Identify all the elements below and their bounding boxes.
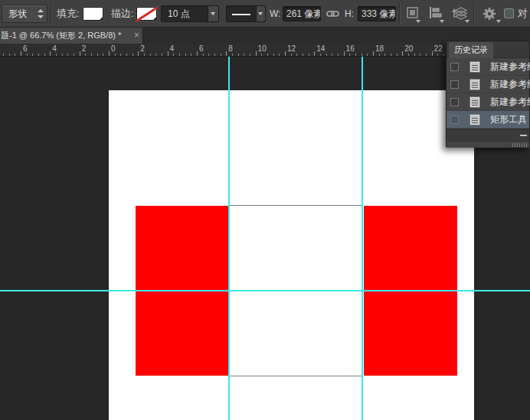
align-edges-label: 对: [518, 0, 528, 28]
ruler-tick: [203, 54, 204, 56]
solid-line-preview-icon: [232, 14, 250, 15]
ruler-tick: [168, 51, 168, 56]
stroke-type-dropdown[interactable]: [226, 5, 266, 22]
history-panel-header: 历史记录: [447, 41, 529, 58]
ruler-tick: [379, 54, 380, 56]
ruler-tick: [44, 54, 45, 56]
geometry-settings-button[interactable]: [482, 6, 497, 21]
shape-height-input[interactable]: 333 像素: [358, 6, 396, 21]
ruler-tick: [27, 54, 28, 56]
ruler-tick: [173, 54, 174, 56]
ruler-tick: [349, 54, 350, 56]
document-page-icon: [469, 79, 480, 90]
ruler-tick: [273, 54, 274, 56]
ruler-tick: [162, 54, 162, 56]
ruler-tick: [426, 54, 427, 56]
history-item[interactable]: 新建参考线: [447, 76, 529, 93]
ruler-tick: [303, 54, 303, 56]
ruler-label: 14: [316, 44, 325, 53]
ruler-tick: [320, 54, 321, 56]
ruler-tick: [244, 54, 244, 56]
stroke-color-swatch[interactable]: [136, 7, 157, 21]
history-source-checkbox[interactable]: [450, 80, 459, 89]
gear-icon: [482, 6, 497, 21]
history-source-checkbox[interactable]: [450, 63, 459, 71]
ruler-tick: [250, 54, 250, 56]
ruler-tick: [291, 54, 292, 56]
tool-options-bar: 形状 填充: 描边: 10 点 W: 261 像素: [0, 0, 530, 28]
toolbar-separator: [399, 3, 400, 24]
history-item-selected[interactable]: 矩形工具: [447, 111, 529, 129]
document-page-icon: [469, 61, 480, 73]
ruler-tick: [279, 54, 280, 56]
ruler-tick: [3, 54, 4, 56]
history-item-label: 新建参考线: [490, 58, 530, 76]
fill-color-swatch[interactable]: [83, 7, 103, 21]
shape-height-value: 333 像素: [362, 7, 396, 21]
ruler-tick: [232, 54, 233, 56]
ruler-label: 6: [199, 44, 204, 53]
toolbar-separator: [51, 3, 51, 24]
swatch-dropdown-icon: [99, 16, 103, 21]
history-source-checkbox[interactable]: [450, 98, 459, 106]
ruler-tick: [326, 54, 327, 56]
ruler-tick: [261, 54, 262, 56]
history-panel-resize-bar: [447, 141, 529, 148]
history-item[interactable]: 新建参考线: [447, 58, 529, 76]
document-page-icon: [469, 114, 480, 125]
ruler-tick: [85, 54, 86, 56]
path-alignment-button[interactable]: [429, 7, 442, 18]
shape-width-value: 261 像素: [286, 7, 321, 21]
ruler-tick: [355, 54, 356, 56]
align-edges-checkbox[interactable]: [504, 8, 514, 18]
ruler-tick: [267, 54, 268, 56]
ruler-tick: [208, 54, 209, 56]
ruler-tick: [9, 54, 10, 56]
ruler-tick: [367, 54, 368, 56]
ruler-tick: [191, 54, 191, 56]
tool-mode-dropdown[interactable]: 形状: [2, 5, 47, 23]
document-tab[interactable]: 题-1 @ 66.7% (矩形 2, RGB/8) * ×: [0, 28, 143, 44]
stroke-width-dropdown[interactable]: 10 点: [161, 5, 219, 22]
guide-horizontal-1[interactable]: [0, 290, 530, 291]
ruler-tick: [50, 51, 51, 56]
ruler-tick: [138, 51, 139, 56]
history-item[interactable]: 新建参考线: [447, 93, 529, 111]
ruler-tick: [221, 54, 221, 56]
guide-vertical-1[interactable]: [228, 57, 230, 420]
ruler-tick: [62, 54, 63, 56]
ruler-tick: [432, 51, 433, 56]
ruler-label: 22: [434, 44, 443, 53]
ruler-tick: [179, 54, 180, 56]
ruler-label: 12: [287, 44, 296, 53]
history-source-checkbox[interactable]: [450, 116, 459, 124]
ruler-tick: [144, 54, 145, 56]
stroke-width-value: 10 点: [168, 6, 190, 21]
ruler-tick: [285, 51, 286, 56]
close-icon[interactable]: ×: [134, 28, 139, 43]
ruler-tick: [332, 54, 332, 56]
ruler-tick: [397, 54, 398, 56]
path-arrangement-button[interactable]: [451, 5, 468, 21]
ruler-tick: [214, 54, 215, 56]
ruler-tick: [120, 54, 121, 56]
history-panel-tab[interactable]: 历史记录: [449, 42, 493, 58]
width-label: W:: [270, 0, 280, 28]
ruler-label: 2: [140, 44, 145, 53]
height-label: H:: [345, 0, 354, 28]
ruler-tick: [38, 54, 39, 56]
ruler-tick: [74, 54, 74, 56]
clipped-footer-button-icon[interactable]: [520, 135, 527, 136]
ruler-tick: [408, 54, 409, 56]
shape-width-input[interactable]: 261 像素: [283, 6, 321, 21]
link-chain-icon: [326, 8, 339, 19]
path-operations-button[interactable]: [407, 7, 418, 18]
resize-grip-icon[interactable]: [512, 143, 528, 147]
ruler-tick: [238, 54, 239, 56]
guide-vertical-2[interactable]: [362, 57, 363, 420]
ruler-tick: [32, 54, 33, 56]
ruler-tick: [126, 54, 127, 56]
ruler-tick: [420, 54, 420, 56]
ruler-tick: [384, 54, 385, 56]
link-dimensions-button[interactable]: [326, 8, 339, 19]
